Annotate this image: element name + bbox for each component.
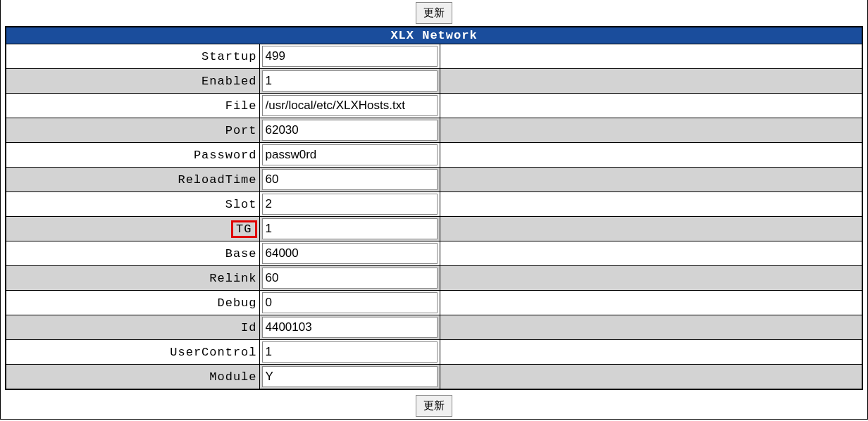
label-port: Port bbox=[6, 118, 259, 143]
label-tg: TG bbox=[6, 217, 259, 241]
config-row-id: Id bbox=[6, 315, 862, 340]
config-row-file: File bbox=[6, 94, 862, 118]
main-container: 更新 XLX Network StartupEnabledFilePortPas… bbox=[0, 0, 868, 420]
section-header-row: XLX Network bbox=[6, 27, 862, 44]
label-file: File bbox=[6, 94, 259, 118]
blank-cell-base bbox=[440, 241, 862, 266]
bottom-button-row: 更新 bbox=[1, 393, 867, 419]
config-row-enabled: Enabled bbox=[6, 69, 862, 94]
blank-cell-slot bbox=[440, 192, 862, 217]
input-cell-reloadtime bbox=[259, 168, 440, 192]
label-enabled: Enabled bbox=[6, 69, 259, 94]
input-file[interactable] bbox=[262, 95, 438, 116]
blank-cell-enabled bbox=[440, 69, 862, 94]
input-enabled[interactable] bbox=[262, 70, 438, 92]
config-row-relink: Relink bbox=[6, 266, 862, 291]
update-button-top[interactable]: 更新 bbox=[416, 2, 452, 24]
label-module: Module bbox=[6, 365, 259, 390]
input-base[interactable] bbox=[262, 243, 438, 264]
config-row-base: Base bbox=[6, 241, 862, 266]
config-row-debug: Debug bbox=[6, 291, 862, 315]
blank-cell-module bbox=[440, 365, 862, 390]
section-title: XLX Network bbox=[6, 27, 862, 44]
table-wrapper: XLX Network StartupEnabledFilePortPasswo… bbox=[1, 26, 867, 393]
config-row-reloadtime: ReloadTime bbox=[6, 168, 862, 192]
blank-cell-startup bbox=[440, 44, 862, 69]
blank-cell-usercontrol bbox=[440, 340, 862, 365]
input-cell-slot bbox=[259, 192, 440, 217]
label-base: Base bbox=[6, 241, 259, 266]
label-debug: Debug bbox=[6, 291, 259, 315]
input-reloadtime[interactable] bbox=[262, 169, 438, 190]
input-cell-password bbox=[259, 143, 440, 168]
config-row-module: Module bbox=[6, 365, 862, 390]
input-port[interactable] bbox=[262, 120, 438, 141]
input-cell-tg bbox=[259, 217, 440, 241]
blank-cell-debug bbox=[440, 291, 862, 315]
config-row-tg: TG bbox=[6, 217, 862, 241]
input-cell-relink bbox=[259, 266, 440, 291]
config-table: XLX Network StartupEnabledFilePortPasswo… bbox=[5, 26, 863, 390]
input-relink[interactable] bbox=[262, 268, 438, 289]
top-button-row: 更新 bbox=[1, 0, 867, 26]
input-cell-base bbox=[259, 241, 440, 266]
label-reloadtime: ReloadTime bbox=[6, 168, 259, 192]
label-password: Password bbox=[6, 143, 259, 168]
blank-cell-port bbox=[440, 118, 862, 143]
label-text-tg: TG bbox=[231, 220, 256, 238]
input-slot[interactable] bbox=[262, 194, 438, 215]
label-slot: Slot bbox=[6, 192, 259, 217]
label-relink: Relink bbox=[6, 266, 259, 291]
config-row-startup: Startup bbox=[6, 44, 862, 69]
input-cell-file bbox=[259, 94, 440, 118]
label-startup: Startup bbox=[6, 44, 259, 69]
blank-cell-relink bbox=[440, 266, 862, 291]
blank-cell-reloadtime bbox=[440, 168, 862, 192]
blank-cell-file bbox=[440, 94, 862, 118]
input-cell-debug bbox=[259, 291, 440, 315]
label-id: Id bbox=[6, 315, 259, 340]
input-cell-startup bbox=[259, 44, 440, 69]
input-cell-module bbox=[259, 365, 440, 390]
input-debug[interactable] bbox=[262, 292, 438, 313]
config-row-usercontrol: UserControl bbox=[6, 340, 862, 365]
input-module[interactable] bbox=[262, 366, 438, 387]
input-usercontrol[interactable] bbox=[262, 341, 438, 363]
update-button-bottom[interactable]: 更新 bbox=[416, 395, 452, 417]
input-cell-port bbox=[259, 118, 440, 143]
blank-cell-id bbox=[440, 315, 862, 340]
input-id[interactable] bbox=[262, 317, 438, 338]
input-startup[interactable] bbox=[262, 46, 438, 67]
input-tg[interactable] bbox=[262, 218, 438, 239]
input-cell-enabled bbox=[259, 69, 440, 94]
config-row-password: Password bbox=[6, 143, 862, 168]
blank-cell-password bbox=[440, 143, 862, 168]
config-row-slot: Slot bbox=[6, 192, 862, 217]
label-usercontrol: UserControl bbox=[6, 340, 259, 365]
input-cell-id bbox=[259, 315, 440, 340]
input-cell-usercontrol bbox=[259, 340, 440, 365]
config-row-port: Port bbox=[6, 118, 862, 143]
blank-cell-tg bbox=[440, 217, 862, 241]
input-password[interactable] bbox=[262, 144, 438, 165]
